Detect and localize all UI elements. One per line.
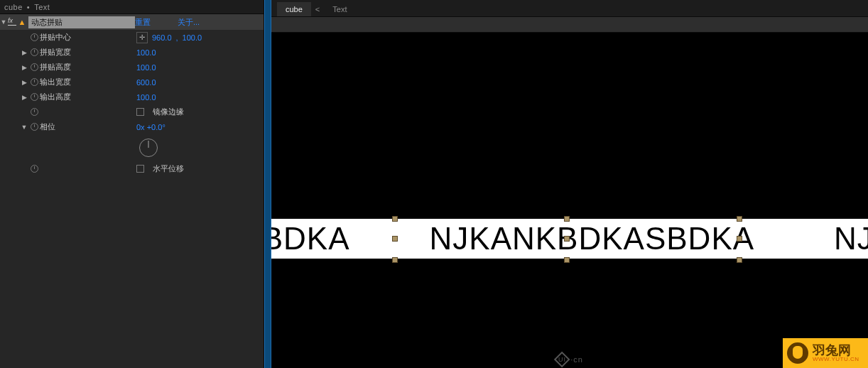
prop-label: 输出宽度 — [40, 77, 136, 87]
viewer-panel: cube < Text ASBDKA NJKANKBDKASBDKA NJKAN… — [271, 0, 868, 368]
stopwatch-icon[interactable] — [28, 33, 40, 41]
prop-value-y[interactable]: 100.0 — [183, 33, 202, 42]
stopwatch-icon[interactable] — [28, 165, 40, 173]
prop-tile-height: ▶ 拼贴高度 100.0 — [0, 60, 264, 75]
twirl-right-icon[interactable]: ▶ — [20, 79, 28, 86]
selection-handle[interactable] — [564, 236, 570, 242]
effects-panel: cube • Text ▼ ▲ 动态拼贴 重置 关于... 拼贴中心 ✛ 960… — [0, 0, 264, 368]
breadcrumb-item[interactable]: Text — [34, 3, 50, 11]
watermark-en: WWW.YUTU.CN — [813, 357, 859, 362]
prop-tile-center: 拼贴中心 ✛ 960.0, 100.0 — [0, 30, 264, 45]
effect-header-row[interactable]: ▼ ▲ 动态拼贴 重置 关于... — [0, 14, 264, 30]
prop-value[interactable]: 0x +0.0° — [136, 123, 166, 131]
breadcrumb-item[interactable]: cube — [4, 3, 23, 11]
checkbox[interactable] — [136, 165, 144, 173]
watermark-text: ·cn — [570, 355, 583, 364]
stopwatch-icon[interactable] — [28, 78, 40, 86]
tab-label: cube — [286, 5, 303, 13]
prop-label: 拼贴高度 — [40, 62, 136, 72]
prop-output-height: ▶ 输出高度 100.0 — [0, 90, 264, 104]
uicn-logo-icon: UI — [554, 352, 570, 368]
prop-hshift: 水平位移 — [0, 161, 264, 176]
yutu-logo-icon — [787, 342, 808, 364]
text-layer[interactable]: ASBDKA NJKANKBDKASBDKA NJKANK — [271, 219, 868, 259]
panel-splitter[interactable] — [264, 0, 271, 368]
reset-link[interactable]: 重置 — [135, 17, 178, 28]
checkbox[interactable] — [136, 108, 144, 116]
checkbox-label: 水平位移 — [153, 163, 184, 174]
selection-handle[interactable] — [564, 216, 570, 222]
prop-label: 相位 — [40, 121, 136, 132]
stopwatch-icon[interactable] — [28, 63, 40, 71]
about-link[interactable]: 关于... — [178, 17, 264, 28]
warning-icon: ▲ — [17, 18, 27, 26]
selection-handle[interactable] — [737, 236, 742, 242]
stopwatch-icon[interactable] — [28, 93, 40, 101]
tab-cube[interactable]: cube — [277, 2, 311, 16]
breadcrumb-sep: • — [27, 3, 30, 11]
prop-label: 拼贴中心 — [40, 32, 136, 43]
watermark-cn: 羽兔网 — [813, 344, 859, 357]
center-watermark: UI ·cn — [556, 354, 583, 365]
stopwatch-icon[interactable] — [28, 48, 40, 56]
prop-value[interactable]: 600.0 — [136, 78, 156, 87]
prop-value-x[interactable]: 960.0 — [152, 33, 172, 42]
prop-label: 输出高度 — [40, 92, 136, 102]
angle-dial[interactable] — [139, 139, 158, 157]
twirl-right-icon[interactable]: ▶ — [20, 64, 28, 71]
viewer-toolbar — [271, 17, 868, 33]
prop-output-width: ▶ 输出宽度 600.0 — [0, 75, 264, 90]
prop-value[interactable]: 100.0 — [136, 48, 156, 57]
tab-text[interactable]: Text — [324, 2, 355, 16]
prop-label: 拼贴宽度 — [40, 47, 136, 58]
twirl-down-icon[interactable]: ▼ — [20, 124, 28, 131]
text-segment: NJKANK — [794, 221, 868, 256]
prop-value[interactable]: 100.0 — [136, 93, 156, 102]
crosshair-icon[interactable]: ✛ — [136, 32, 148, 43]
viewer-tabs: cube < Text — [271, 0, 868, 17]
composition-viewport[interactable]: ASBDKA NJKANKBDKASBDKA NJKANK UI ·cn 羽兔网 — [271, 33, 868, 368]
stopwatch-icon[interactable] — [28, 108, 40, 116]
selection-handle[interactable] — [737, 216, 742, 222]
prop-mirror-edges: 镜像边缘 — [0, 104, 264, 119]
twirl-down-icon[interactable]: ▼ — [0, 18, 7, 26]
breadcrumb: cube • Text — [0, 0, 264, 14]
selection-handle[interactable] — [392, 216, 398, 222]
corner-watermark: 羽兔网 WWW.YUTU.CN — [783, 338, 868, 368]
chevron-left-icon: < — [315, 5, 320, 13]
prop-tile-width: ▶ 拼贴宽度 100.0 — [0, 45, 264, 60]
selection-handle[interactable] — [737, 257, 742, 263]
twirl-right-icon[interactable]: ▶ — [20, 49, 28, 56]
effect-name[interactable]: 动态拼贴 — [28, 16, 135, 28]
selection-handle[interactable] — [564, 257, 570, 263]
selection-handle[interactable] — [392, 257, 398, 263]
checkbox-label: 镜像边缘 — [153, 107, 184, 117]
text-segment: ASBDKA — [271, 221, 390, 256]
selection-handle[interactable] — [392, 236, 398, 242]
text-segment: NJKANKBDKASBDKA — [390, 221, 795, 256]
stopwatch-icon[interactable] — [28, 123, 40, 131]
tab-nav-icon[interactable]: < — [311, 2, 324, 16]
tab-label: Text — [332, 5, 347, 13]
fx-icon[interactable] — [7, 18, 17, 26]
prop-phase: ▼ 相位 0x +0.0° — [0, 119, 264, 134]
twirl-right-icon[interactable]: ▶ — [20, 94, 28, 101]
prop-value[interactable]: 100.0 — [136, 63, 156, 72]
